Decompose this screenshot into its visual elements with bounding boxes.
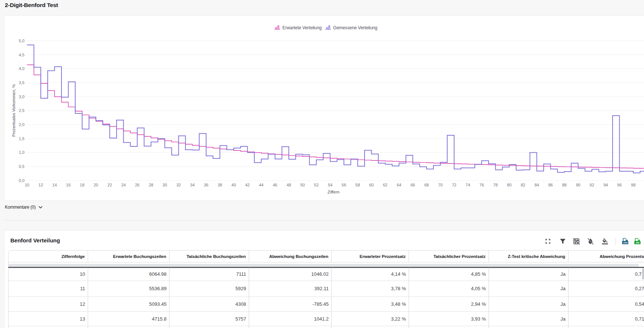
svg-text:14: 14: [52, 183, 57, 187]
svg-text:3,0: 3,0: [19, 95, 24, 99]
svg-text:32: 32: [176, 183, 181, 187]
svg-text:82: 82: [521, 183, 525, 187]
svg-text:66: 66: [410, 183, 415, 187]
svg-text:56: 56: [342, 183, 346, 187]
svg-text:98: 98: [631, 183, 635, 187]
svg-text:46: 46: [273, 183, 277, 187]
svg-text:10: 10: [25, 183, 29, 187]
svg-text:78: 78: [493, 183, 498, 187]
svg-text:Ziffern: Ziffern: [328, 190, 339, 194]
svg-text:84: 84: [534, 183, 539, 187]
svg-text:54: 54: [328, 183, 332, 187]
svg-text:38: 38: [218, 183, 222, 187]
svg-text:18: 18: [80, 183, 84, 187]
svg-text:92: 92: [590, 183, 594, 187]
svg-text:94: 94: [603, 183, 608, 187]
svg-text:44: 44: [259, 183, 264, 187]
svg-text:34: 34: [190, 183, 195, 187]
svg-text:0,0: 0,0: [19, 178, 24, 183]
svg-text:22: 22: [107, 183, 112, 187]
svg-text:62: 62: [383, 183, 388, 187]
svg-text:76: 76: [479, 183, 484, 187]
svg-text:68: 68: [424, 183, 429, 187]
svg-text:60: 60: [369, 183, 373, 187]
svg-text:26: 26: [135, 183, 140, 187]
svg-text:40: 40: [231, 183, 236, 187]
svg-text:64: 64: [397, 183, 401, 187]
svg-text:0,5: 0,5: [19, 164, 24, 169]
svg-text:3,5: 3,5: [19, 80, 24, 85]
svg-text:20: 20: [94, 183, 98, 187]
svg-text:.csv: .csv: [623, 241, 628, 244]
svg-text:90: 90: [576, 183, 580, 187]
svg-text:70: 70: [438, 183, 443, 187]
svg-text:80: 80: [507, 183, 511, 187]
svg-text:4,5: 4,5: [19, 53, 24, 57]
svg-text:5,0: 5,0: [19, 39, 24, 43]
svg-text:4,0: 4,0: [19, 66, 24, 71]
svg-text:1,5: 1,5: [19, 136, 24, 141]
svg-text:48: 48: [286, 183, 291, 187]
svg-text:74: 74: [466, 183, 470, 187]
svg-text:30: 30: [162, 183, 167, 187]
svg-text:88: 88: [562, 183, 567, 187]
svg-text:2,5: 2,5: [19, 108, 24, 113]
svg-text:2,0: 2,0: [19, 122, 24, 127]
svg-text:72: 72: [452, 183, 456, 187]
svg-text:.xls: .xls: [635, 241, 640, 244]
svg-text:16: 16: [66, 183, 71, 187]
svg-text:42: 42: [245, 183, 249, 187]
svg-text:36: 36: [204, 183, 208, 187]
svg-text:24: 24: [121, 183, 125, 187]
svg-text:28: 28: [149, 183, 153, 187]
svg-text:1,0: 1,0: [19, 150, 24, 155]
svg-text:58: 58: [355, 183, 360, 187]
svg-text:12: 12: [38, 183, 43, 187]
svg-text:52: 52: [314, 183, 319, 187]
svg-text:Prozentuales Vorkommen, %: Prozentuales Vorkommen, %: [11, 84, 16, 137]
svg-text:50: 50: [300, 183, 305, 187]
svg-text:96: 96: [617, 183, 622, 187]
svg-text:86: 86: [548, 183, 553, 187]
